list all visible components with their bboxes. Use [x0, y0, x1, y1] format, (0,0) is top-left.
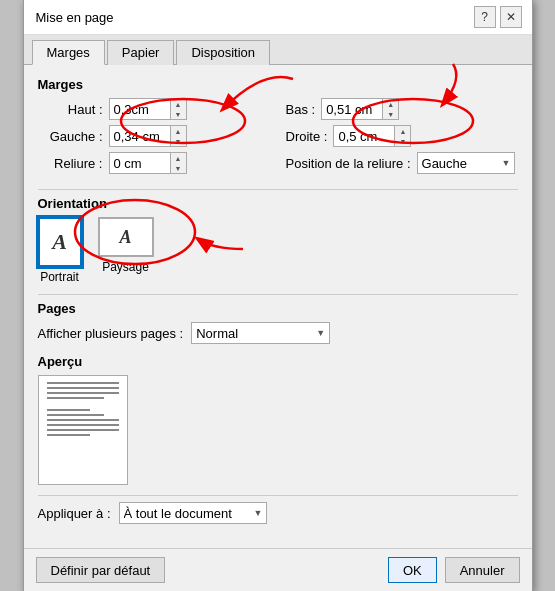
haut-spinner[interactable]: ▲ ▼	[109, 98, 187, 120]
preview-line-4	[47, 397, 105, 399]
bas-spinner[interactable]: ▲ ▼	[321, 98, 399, 120]
title-controls: ? ✕	[474, 6, 522, 28]
pages-label: Pages	[38, 301, 518, 316]
apply-section: Appliquer à : À tout le document À cette…	[38, 502, 518, 524]
bottom-bar: Définir par défaut OK Annuler	[24, 548, 532, 591]
droite-row: Droite : ▲ ▼	[286, 125, 518, 147]
preview-line-9	[47, 429, 119, 431]
droite-spinner-btns: ▲ ▼	[394, 126, 410, 146]
divider-2	[38, 294, 518, 295]
afficher-label: Afficher plusieurs pages :	[38, 326, 184, 341]
position-reliure-select[interactable]: Gauche Droite	[422, 156, 502, 171]
orientation-section: Orientation A Portrait A Paysage	[38, 196, 518, 284]
reliure-label: Reliure :	[38, 156, 103, 171]
preview-line-3	[47, 392, 119, 394]
portrait-option[interactable]: A Portrait	[38, 217, 82, 284]
apply-select-arrow-icon: ▼	[254, 508, 263, 518]
close-button[interactable]: ✕	[500, 6, 522, 28]
droite-spinner[interactable]: ▲ ▼	[333, 125, 411, 147]
pages-section: Pages Afficher plusieurs pages : Normal …	[38, 301, 518, 344]
orientation-label: Orientation	[38, 196, 518, 211]
tab-marges[interactable]: Marges	[32, 40, 105, 65]
haut-down-btn[interactable]: ▼	[171, 109, 186, 119]
preview-line-8	[47, 424, 119, 426]
apply-select-box[interactable]: À tout le document À cette section ▼	[119, 502, 268, 524]
portrait-icon: A	[38, 217, 82, 267]
default-button[interactable]: Définir par défaut	[36, 557, 166, 583]
divider-3	[38, 495, 518, 496]
gauche-row: Gauche : ▲ ▼	[38, 125, 270, 147]
preview-line-1	[47, 382, 119, 384]
reliure-input[interactable]	[110, 153, 170, 173]
preview-line-7	[47, 419, 119, 421]
position-reliure-row: Position de la reliure : Gauche Droite ▼	[286, 152, 518, 174]
tabs-bar: Marges Papier Disposition	[24, 35, 532, 65]
ok-button[interactable]: OK	[388, 557, 437, 583]
bas-spinner-btns: ▲ ▼	[382, 99, 398, 119]
bas-label: Bas :	[286, 102, 316, 117]
landscape-label: Paysage	[102, 260, 149, 274]
mise-en-page-dialog: Mise en page ? ✕ Marges Papier Dispositi…	[23, 0, 533, 591]
position-reliure-select-box[interactable]: Gauche Droite ▼	[417, 152, 516, 174]
preview-line-6	[47, 414, 105, 416]
gauche-label: Gauche :	[38, 129, 103, 144]
cancel-button[interactable]: Annuler	[445, 557, 520, 583]
preview-box	[38, 375, 128, 485]
marges-left-col: Haut : ▲ ▼ Gauche :	[38, 98, 270, 179]
bas-input[interactable]	[322, 99, 382, 119]
help-button[interactable]: ?	[474, 6, 496, 28]
marges-right-col: Bas : ▲ ▼ Droite :	[286, 98, 518, 179]
droite-down-btn[interactable]: ▼	[395, 136, 410, 146]
marges-label: Marges	[38, 77, 518, 92]
dialog-wrapper: Mise en page ? ✕ Marges Papier Dispositi…	[23, 0, 533, 591]
droite-label: Droite :	[286, 129, 328, 144]
haut-row: Haut : ▲ ▼	[38, 98, 270, 120]
bas-up-btn[interactable]: ▲	[383, 99, 398, 109]
marges-section: Marges Haut : ▲ ▼	[38, 77, 518, 179]
reliure-row: Reliure : ▲ ▼	[38, 152, 270, 174]
preview-line-2	[47, 387, 119, 389]
gauche-input[interactable]	[110, 126, 170, 146]
orientation-options: A Portrait A Paysage	[38, 217, 518, 284]
divider-1	[38, 189, 518, 190]
haut-up-btn[interactable]: ▲	[171, 99, 186, 109]
pages-select-box[interactable]: Normal 2 pages Page en regard Livre ▼	[191, 322, 330, 344]
title-bar: Mise en page ? ✕	[24, 0, 532, 35]
dialog-title: Mise en page	[36, 10, 114, 25]
reliure-spinner[interactable]: ▲ ▼	[109, 152, 187, 174]
position-reliure-label: Position de la reliure :	[286, 156, 411, 171]
bas-row: Bas : ▲ ▼	[286, 98, 518, 120]
apercu-section: Aperçu	[38, 354, 518, 485]
marges-fields: Haut : ▲ ▼ Gauche :	[38, 98, 518, 179]
gauche-down-btn[interactable]: ▼	[171, 136, 186, 146]
preview-line-5	[47, 409, 90, 411]
haut-input[interactable]	[110, 99, 170, 119]
landscape-option[interactable]: A Paysage	[98, 217, 154, 274]
gauche-spinner-btns: ▲ ▼	[170, 126, 186, 146]
droite-input[interactable]	[334, 126, 394, 146]
reliure-spinner-btns: ▲ ▼	[170, 153, 186, 173]
apply-select[interactable]: À tout le document À cette section	[124, 506, 254, 521]
bas-down-btn[interactable]: ▼	[383, 109, 398, 119]
gauche-spinner[interactable]: ▲ ▼	[109, 125, 187, 147]
preview-gap	[47, 402, 119, 406]
gauche-up-btn[interactable]: ▲	[171, 126, 186, 136]
landscape-icon: A	[98, 217, 154, 257]
right-buttons: OK Annuler	[388, 557, 520, 583]
droite-up-btn[interactable]: ▲	[395, 126, 410, 136]
pages-row: Afficher plusieurs pages : Normal 2 page…	[38, 322, 518, 344]
dialog-content: Marges Haut : ▲ ▼	[24, 65, 532, 548]
haut-spinner-btns: ▲ ▼	[170, 99, 186, 119]
pages-select-arrow-icon: ▼	[316, 328, 325, 338]
preview-line-10	[47, 434, 90, 436]
haut-label: Haut :	[38, 102, 103, 117]
pages-select[interactable]: Normal 2 pages Page en regard Livre	[196, 326, 316, 341]
position-reliure-arrow-icon: ▼	[502, 158, 511, 168]
reliure-up-btn[interactable]: ▲	[171, 153, 186, 163]
reliure-down-btn[interactable]: ▼	[171, 163, 186, 173]
tab-papier[interactable]: Papier	[107, 40, 175, 65]
portrait-label: Portrait	[40, 270, 79, 284]
apercu-label: Aperçu	[38, 354, 518, 369]
tab-disposition[interactable]: Disposition	[176, 40, 270, 65]
apply-label: Appliquer à :	[38, 506, 111, 521]
